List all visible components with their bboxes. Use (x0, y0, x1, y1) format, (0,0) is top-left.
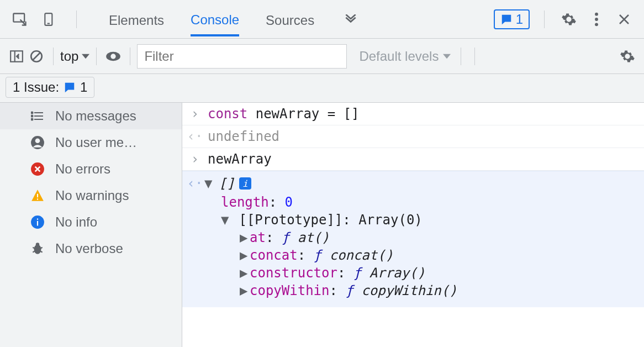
warning-icon (30, 188, 45, 203)
svg-rect-22 (37, 198, 38, 199)
tab-sources[interactable]: Sources (266, 3, 314, 36)
input-chevron-icon: › (190, 106, 200, 122)
svg-point-11 (111, 54, 116, 59)
kebab-menu-icon[interactable] (587, 9, 606, 29)
console-code: newArray (208, 151, 272, 167)
eval-tree: length: 0 ▼ [[Prototype]]: Array(0) ▶at:… (221, 193, 636, 299)
console-output: › const newArray = [] ‹· undefined › new… (182, 103, 644, 347)
console-result: undefined (208, 129, 279, 144)
chevron-down-icon (443, 52, 451, 60)
more-tabs-icon[interactable] (341, 9, 361, 29)
issues-count: 1 (516, 12, 523, 27)
message-icon (64, 81, 76, 93)
topbar-right: 1 (494, 9, 634, 29)
info-badge-icon[interactable]: i (239, 177, 251, 190)
svg-point-3 (595, 12, 598, 15)
topbar-left: Elements Console Sources (10, 2, 361, 36)
console-code: const newArray = [] (208, 106, 360, 122)
tree-row[interactable]: ▶at: ƒ at() (240, 229, 636, 246)
divider (53, 48, 54, 65)
sidebar-item-info[interactable]: No info (0, 209, 182, 235)
expand-triangle-icon[interactable]: ▶ (240, 230, 250, 245)
expand-triangle-icon[interactable]: ▶ (240, 265, 250, 281)
console-input-row[interactable]: › const newArray = [] (182, 103, 644, 125)
messages-sidebar: No messages No user me… No errors No war… (0, 103, 182, 347)
tree-key: concat (250, 248, 298, 263)
expand-triangle-icon[interactable]: ▼ (221, 212, 231, 228)
expand-triangle-icon[interactable]: ▶ (240, 248, 250, 263)
console-input-row[interactable]: › newArray (182, 148, 644, 171)
tab-elements[interactable]: Elements (109, 3, 164, 36)
svg-rect-0 (13, 13, 24, 22)
issues-indicator[interactable]: 1 (494, 9, 530, 29)
sidebar-item-verbose[interactable]: No verbose (0, 235, 182, 262)
sidebar-item-label: No info (55, 214, 97, 230)
tab-console[interactable]: Console (191, 2, 239, 36)
context-selector[interactable]: top (60, 49, 89, 64)
svg-point-16 (31, 115, 33, 117)
tree-value: 0 (285, 194, 293, 210)
tree-row[interactable]: ▶constructor: ƒ Array() (240, 264, 636, 282)
issues-chip-count: 1 (80, 80, 87, 95)
list-icon (30, 108, 45, 124)
prototype-methods: ▶at: ƒ at() ▶concat: ƒ concat() ▶constru… (240, 229, 636, 299)
divider (130, 48, 130, 65)
tree-key: [[Prototype]] (239, 212, 342, 228)
expand-triangle-icon[interactable]: ▶ (240, 283, 250, 298)
divider (76, 10, 77, 28)
svg-point-17 (31, 119, 33, 120)
tree-row[interactable]: ▶copyWithin: ƒ copyWithin() (240, 282, 636, 299)
device-toggle-icon[interactable] (40, 9, 60, 29)
tree-value: copyWithin() (361, 283, 457, 298)
info-icon (30, 214, 45, 230)
sidebar-item-warnings[interactable]: No warnings (0, 182, 182, 209)
bug-icon (30, 241, 45, 256)
divider (544, 10, 545, 28)
sidebar-item-label: No errors (55, 161, 110, 177)
filter-input[interactable] (137, 44, 347, 69)
divider (474, 48, 475, 65)
tree-row-prototype[interactable]: ▼ [[Prototype]]: Array(0) (221, 211, 636, 229)
log-levels-selector[interactable]: Default levels (359, 49, 451, 64)
svg-rect-21 (37, 194, 38, 198)
console-settings-icon[interactable] (617, 46, 637, 66)
console-toolbar: top Default levels (0, 39, 644, 74)
eval-header[interactable]: ‹· ▼ [] i (190, 176, 636, 191)
issues-chip-label: 1 Issue: (13, 80, 59, 95)
tree-row-length[interactable]: length: 0 (221, 193, 636, 211)
output-chevron-icon: ‹· (190, 129, 200, 144)
tree-value: at() (298, 230, 330, 245)
settings-icon[interactable] (559, 9, 579, 29)
sidebar-item-label: No messages (55, 108, 136, 124)
sidebar-item-all[interactable]: No messages (0, 103, 182, 129)
tree-key: copyWithin (250, 283, 330, 298)
svg-rect-24 (37, 221, 38, 226)
svg-line-9 (33, 52, 40, 60)
sidebar-item-label: No verbose (55, 241, 123, 256)
live-expression-icon[interactable] (103, 46, 123, 66)
input-chevron-icon: › (190, 151, 200, 167)
expand-triangle-icon[interactable]: ▼ (204, 176, 214, 191)
svg-point-4 (595, 18, 598, 21)
tree-key: length (221, 194, 269, 210)
issues-chip[interactable]: 1 Issue: 1 (6, 77, 94, 98)
tree-row[interactable]: ▶concat: ƒ concat() (240, 246, 636, 264)
devtools-topbar: Elements Console Sources 1 (0, 0, 644, 39)
tree-key: constructor (250, 265, 337, 281)
inspect-element-icon[interactable] (10, 9, 30, 29)
console-eval-block: ‹· ▼ [] i length: 0 ▼ [[Prototype]]: Arr… (182, 171, 644, 307)
tree-value: concat() (330, 248, 394, 263)
svg-point-5 (595, 23, 598, 26)
clear-console-icon[interactable] (27, 46, 46, 66)
close-icon[interactable] (614, 9, 634, 29)
sidebar-item-errors[interactable]: No errors (0, 156, 182, 182)
sidebar-item-label: No warnings (55, 188, 129, 203)
toggle-sidebar-icon[interactable] (7, 46, 27, 66)
svg-point-31 (36, 243, 40, 246)
sidebar-item-user[interactable]: No user me… (0, 129, 182, 156)
chevron-down-icon (82, 52, 89, 60)
tree-key: at (250, 230, 266, 245)
context-label: top (60, 49, 78, 64)
sidebar-item-label: No user me… (55, 135, 137, 150)
divider (96, 48, 97, 65)
